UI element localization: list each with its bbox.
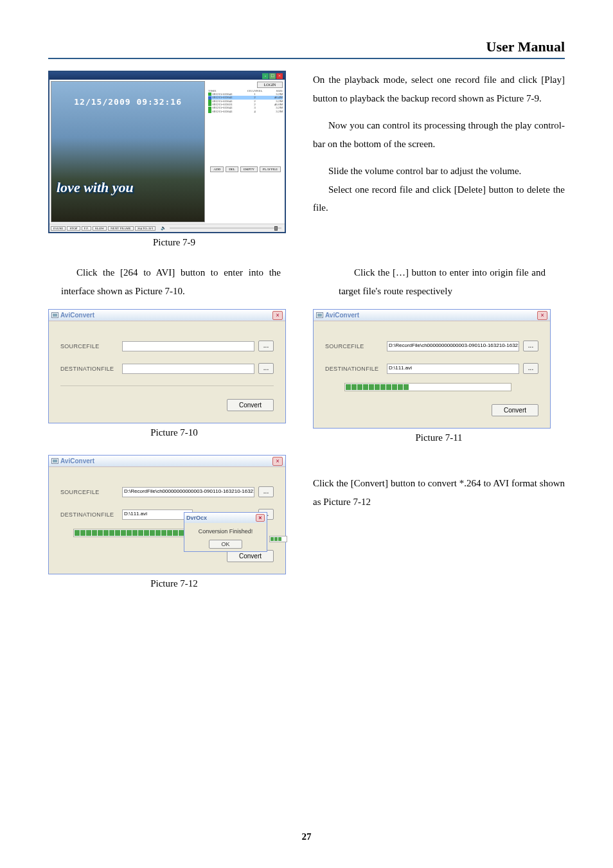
destfile-input[interactable]: D:\111.avi (387, 364, 519, 374)
destfile-input[interactable] (122, 364, 254, 374)
aviconvert-title: AviConvert (60, 457, 94, 465)
list-item[interactable]: 091215-03304143.2M (208, 110, 283, 113)
body-paragraph: Slide the volume control bar to adjust t… (313, 162, 565, 181)
mini-progress (269, 536, 287, 542)
page-number: 27 (0, 831, 613, 842)
stop-button[interactable]: STOP (67, 226, 80, 231)
convert-button[interactable]: Convert (227, 399, 274, 411)
caption-7-12: Picture 7-12 (48, 578, 300, 589)
browse-source-button[interactable]: ... (258, 341, 274, 351)
playback-titlebar: - □ × (49, 72, 285, 80)
destfile-label: DESTINATIONFILE (325, 366, 383, 372)
playback-window: - □ × 12/15/2009 09:32:16 love with you … (48, 71, 286, 233)
aviconvert-titlebar: AviConvert × (49, 310, 285, 321)
browse-source-button[interactable]: ... (523, 341, 538, 351)
destfile-label: DESTINATIONFILE (60, 511, 118, 518)
video-area: 12/15/2009 09:32:16 love with you (51, 81, 205, 222)
minimize-icon[interactable]: - (262, 73, 269, 79)
nextframe-button[interactable]: NEXT FRAME (108, 226, 134, 231)
caption-7-9: Picture 7-9 (48, 237, 300, 248)
body-paragraph: Click the […] button to enter into origi… (313, 263, 565, 300)
close-icon[interactable]: × (256, 514, 265, 522)
convert-button[interactable]: Convert (492, 404, 538, 416)
playfile-button[interactable]: PLAYFILE (260, 166, 281, 172)
sourcefile-input[interactable]: D:\RecordFile\ch00000000000003-090110-16… (122, 487, 254, 497)
progress-bar (73, 529, 195, 537)
volume-down-icon: 🔈 (161, 226, 166, 231)
file-list-panel: LOGIN TIME CHANNEL SIZE 091215-03304113.… (206, 80, 285, 224)
aviconvert-title: AviConvert (60, 312, 94, 319)
page-header: User Manual (48, 39, 565, 59)
destfile-label: DESTINATIONFILE (60, 366, 118, 372)
ok-button[interactable]: OK (209, 540, 242, 549)
body-paragraph: On the playback mode, select one record … (313, 71, 565, 107)
del-button[interactable]: DEL (226, 166, 238, 172)
header-title: User Manual (486, 39, 565, 55)
caption-7-10: Picture 7-10 (48, 427, 300, 438)
sourcefile-input[interactable]: D:\RecordFile\ch00000000000003-090110-16… (387, 341, 519, 351)
sourcefile-label: SOURCEFILE (325, 343, 383, 350)
aviconvert-titlebar: AviConvert × (49, 456, 285, 467)
aviconvert-window: AviConvert × SOURCEFILE D:\RecordFile\ch… (48, 455, 286, 574)
browse-dest-button[interactable]: ... (258, 363, 274, 374)
body-paragraph: Click the [264 to AVI] button to enter i… (48, 263, 300, 300)
volume-slider[interactable] (170, 227, 281, 229)
maximize-icon[interactable]: □ (269, 73, 276, 79)
app-icon (51, 458, 58, 464)
playback-title-text (51, 73, 53, 79)
browse-source-button[interactable]: ... (258, 486, 274, 497)
login-button[interactable]: LOGIN (257, 82, 283, 88)
video-watermark: love with you (57, 179, 134, 196)
slow-button[interactable]: SLOW (93, 226, 107, 231)
ff-button[interactable]: F.F. (82, 226, 91, 231)
empty-button[interactable]: EMPTY (240, 166, 258, 172)
destfile-input[interactable]: D:\111.avi (122, 509, 193, 520)
pause-button[interactable]: PAUSE (51, 226, 66, 231)
body-paragraph: Click the [Convert] button to convert *.… (313, 474, 565, 511)
play-control-bar: PAUSE STOP F.F. SLOW NEXT FRAME 264 TO A… (49, 224, 285, 232)
dvrocx-title: DvrOcx (186, 515, 207, 521)
close-icon[interactable]: × (537, 311, 547, 320)
264toavi-button[interactable]: 264 TO AVI (135, 226, 155, 231)
close-icon[interactable]: × (272, 457, 283, 466)
body-paragraph: Select one record file and click [Delete… (313, 181, 565, 217)
add-button[interactable]: ADD (210, 166, 224, 172)
aviconvert-titlebar: AviConvert × (314, 310, 550, 321)
browse-dest-button[interactable]: ... (523, 363, 538, 374)
app-icon (316, 312, 323, 318)
aviconvert-window: AviConvert × SOURCEFILE D:\RecordFile\ch… (313, 309, 551, 429)
app-icon (51, 312, 58, 318)
sourcefile-input[interactable] (122, 341, 254, 351)
video-timestamp: 12/15/2009 09:32:16 (51, 97, 204, 107)
close-icon[interactable]: × (276, 73, 283, 79)
body-paragraph: Now you can control its processing throu… (313, 116, 565, 153)
aviconvert-title: AviConvert (325, 312, 359, 319)
dvrocx-titlebar: DvrOcx × (184, 513, 267, 523)
aviconvert-window: AviConvert × SOURCEFILE ... DESTINATIONF… (48, 309, 286, 423)
dvrocx-dialog: DvrOcx × Conversion Finished! OK (184, 512, 267, 552)
sourcefile-label: SOURCEFILE (60, 343, 118, 350)
progress-bar (344, 383, 511, 391)
sourcefile-label: SOURCEFILE (60, 489, 118, 495)
dvrocx-message: Conversion Finished! (187, 528, 264, 535)
caption-7-11: Picture 7-11 (313, 432, 565, 443)
close-icon[interactable]: × (272, 311, 283, 320)
